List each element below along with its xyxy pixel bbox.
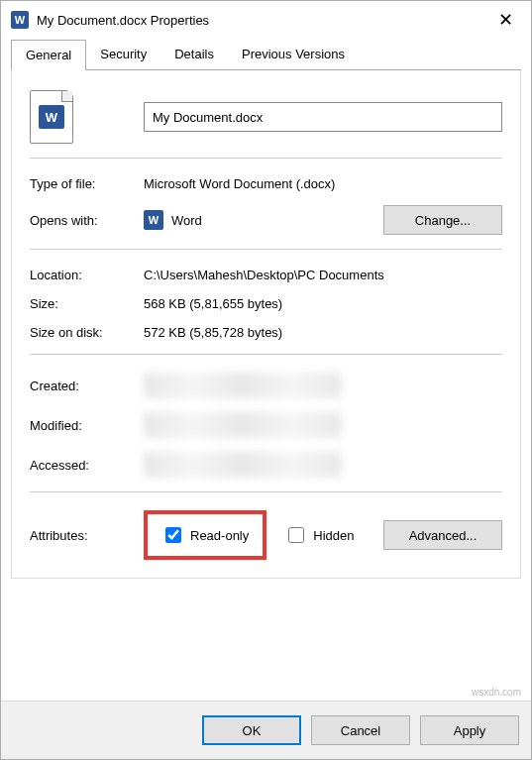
opens-with-label: Opens with:	[30, 213, 144, 228]
created-label: Created:	[30, 379, 144, 393]
word-small-icon: W	[144, 210, 163, 230]
divider	[30, 158, 502, 159]
created-value-redacted	[144, 373, 342, 398]
tab-general[interactable]: General	[11, 40, 86, 70]
document-icon: W	[30, 90, 73, 144]
word-badge-icon: W	[39, 105, 64, 129]
file-icon-cell: W	[30, 90, 144, 144]
tab-details[interactable]: Details	[160, 40, 228, 70]
ok-button[interactable]: OK	[202, 715, 301, 745]
close-icon[interactable]: ✕	[490, 9, 521, 31]
divider	[30, 491, 502, 492]
type-of-file-value: Microsoft Word Document (.docx)	[144, 176, 502, 191]
divider	[30, 249, 502, 250]
hidden-label: Hidden	[313, 528, 354, 543]
accessed-label: Accessed:	[30, 458, 144, 473]
general-panel: W Type of file: Microsoft Word Document …	[11, 70, 521, 579]
modified-label: Modified:	[30, 418, 144, 433]
titlebar: W My Document.docx Properties ✕	[1, 1, 531, 39]
watermark: wsxdn.com	[472, 687, 521, 698]
hidden-checkbox[interactable]	[288, 527, 304, 543]
dialog-button-bar: OK Cancel Apply	[1, 701, 531, 759]
size-on-disk-value: 572 KB (5,85,728 bytes)	[144, 325, 502, 340]
accessed-value-redacted	[144, 452, 342, 478]
opens-with-value: Word	[171, 213, 202, 228]
word-app-icon: W	[11, 11, 29, 29]
readonly-highlight: Read-only	[144, 510, 266, 560]
change-button[interactable]: Change...	[383, 205, 502, 235]
tabs: General Security Details Previous Versio…	[11, 39, 521, 70]
advanced-button[interactable]: Advanced...	[383, 520, 502, 550]
type-of-file-label: Type of file:	[30, 176, 144, 191]
attributes-label: Attributes:	[30, 528, 144, 543]
location-label: Location:	[30, 268, 144, 282]
size-value: 568 KB (5,81,655 bytes)	[144, 296, 502, 311]
location-value: C:\Users\Mahesh\Desktop\PC Documents	[144, 268, 502, 282]
divider	[30, 354, 502, 355]
size-label: Size:	[30, 296, 144, 311]
readonly-checkbox[interactable]	[165, 527, 181, 543]
modified-value-redacted	[144, 412, 342, 438]
window-title: My Document.docx Properties	[37, 13, 490, 28]
tab-previous-versions[interactable]: Previous Versions	[228, 40, 359, 70]
tab-security[interactable]: Security	[86, 40, 160, 70]
size-on-disk-label: Size on disk:	[30, 325, 144, 340]
cancel-button[interactable]: Cancel	[311, 715, 410, 745]
readonly-label: Read-only	[190, 528, 249, 543]
filename-input[interactable]	[144, 102, 502, 132]
apply-button[interactable]: Apply	[420, 715, 519, 745]
